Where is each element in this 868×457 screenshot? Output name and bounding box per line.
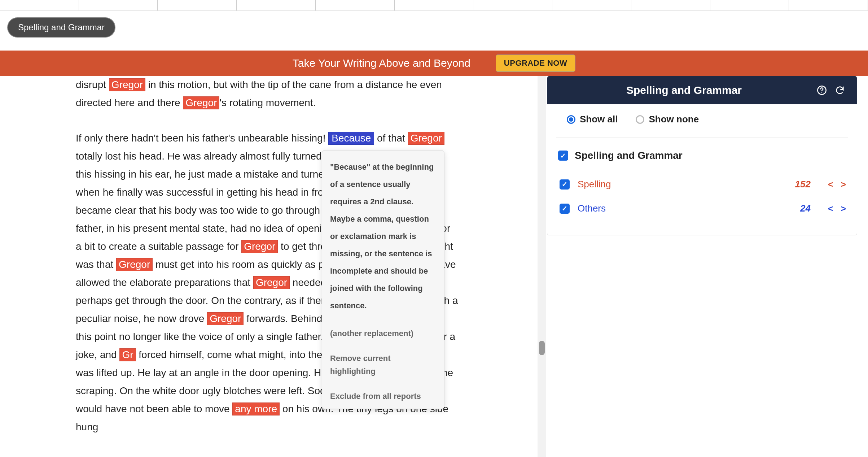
checkbox-icon[interactable]: ✓ bbox=[558, 151, 568, 161]
banner-text: Take Your Writing Above and Beyond bbox=[293, 57, 470, 69]
tab-segment[interactable] bbox=[710, 0, 789, 10]
issue-count: 24 bbox=[778, 203, 811, 214]
tab-segment[interactable] bbox=[395, 0, 474, 10]
show-all-radio[interactable]: Show all bbox=[567, 114, 618, 125]
checkbox-icon[interactable]: ✓ bbox=[560, 204, 570, 214]
mode-pill[interactable]: Spelling and Grammar bbox=[7, 17, 115, 38]
tab-segment[interactable] bbox=[552, 0, 631, 10]
issue-row-spelling[interactable]: ✓ Spelling 152 < > bbox=[558, 172, 846, 196]
radio-label: Show all bbox=[580, 114, 618, 125]
category-title: Spelling and Grammar bbox=[575, 150, 683, 161]
refresh-icon[interactable] bbox=[834, 84, 846, 96]
tab-segment[interactable] bbox=[237, 0, 316, 10]
spelling-highlight[interactable]: Gregor bbox=[207, 312, 244, 325]
tab-segment[interactable] bbox=[79, 0, 158, 10]
checkbox-icon[interactable]: ✓ bbox=[560, 179, 570, 190]
exclude-from-reports-option[interactable]: Exclude from all reports bbox=[322, 384, 444, 409]
spelling-highlight[interactable]: Gregor bbox=[183, 96, 219, 109]
issue-count: 152 bbox=[778, 179, 811, 190]
issues-panel: Spelling and Grammar Show all Show none bbox=[547, 76, 857, 235]
issue-row-others[interactable]: ✓ Others 24 < > bbox=[558, 196, 846, 221]
next-issue-button[interactable]: > bbox=[841, 204, 846, 214]
upgrade-banner: Take Your Writing Above and Beyond UPGRA… bbox=[0, 51, 868, 76]
help-icon[interactable] bbox=[816, 84, 828, 96]
spelling-highlight[interactable]: Gregor bbox=[253, 276, 290, 289]
radio-label: Show none bbox=[649, 114, 699, 125]
spelling-highlight[interactable]: Gregor bbox=[408, 132, 444, 145]
spelling-highlight[interactable]: any more bbox=[232, 402, 280, 415]
spelling-highlight[interactable]: Gregor bbox=[241, 240, 278, 253]
suggestion-popup: "Because" at the beginning of a sentence… bbox=[322, 150, 444, 409]
tab-segment[interactable] bbox=[0, 0, 79, 10]
category-header[interactable]: ✓ Spelling and Grammar bbox=[558, 150, 846, 161]
grammar-highlight[interactable]: Because bbox=[328, 132, 374, 145]
editor-text: forwards. Behind bbox=[244, 313, 325, 324]
scrollbar-thumb[interactable] bbox=[539, 341, 545, 355]
editor-text: If only there hadn't been his father's u… bbox=[76, 132, 328, 144]
top-tab-row bbox=[0, 0, 868, 11]
spelling-highlight[interactable]: Gr bbox=[119, 348, 136, 361]
spelling-highlight[interactable]: Gregor bbox=[116, 258, 153, 271]
tab-segment[interactable] bbox=[316, 0, 395, 10]
tab-segment[interactable] bbox=[631, 0, 710, 10]
panel-title: Spelling and Grammar bbox=[558, 84, 810, 96]
prev-issue-button[interactable]: < bbox=[828, 179, 833, 190]
tab-segment[interactable] bbox=[473, 0, 552, 10]
show-none-radio[interactable]: Show none bbox=[636, 114, 699, 125]
spelling-highlight[interactable]: Gregor bbox=[109, 78, 145, 91]
tab-segment[interactable] bbox=[789, 0, 868, 10]
issue-name: Others bbox=[578, 203, 778, 214]
another-replacement-option[interactable]: (another replacement) bbox=[322, 321, 444, 346]
prev-issue-button[interactable]: < bbox=[828, 204, 833, 214]
editor-text: disrupt bbox=[76, 79, 109, 90]
remove-highlighting-option[interactable]: Remove current highlighting bbox=[322, 346, 444, 384]
suggestion-explanation: "Because" at the beginning of a sentence… bbox=[322, 151, 444, 321]
svg-point-1 bbox=[821, 92, 822, 93]
editor-text: of that bbox=[374, 132, 408, 144]
editor-scrollbar[interactable] bbox=[538, 76, 546, 457]
tab-segment[interactable] bbox=[158, 0, 237, 10]
upgrade-button[interactable]: UPGRADE NOW bbox=[496, 55, 575, 72]
next-issue-button[interactable]: > bbox=[841, 179, 846, 190]
editor-text: 's rotating movement. bbox=[219, 97, 316, 108]
issue-name: Spelling bbox=[578, 179, 778, 190]
